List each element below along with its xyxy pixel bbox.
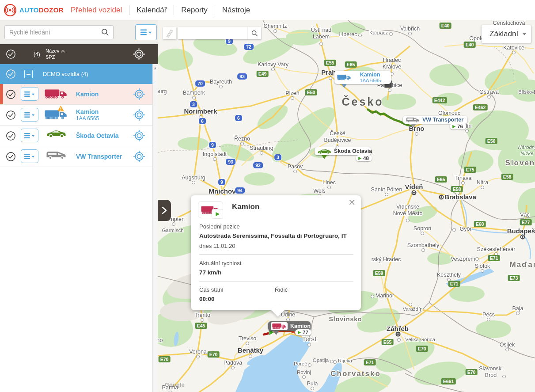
- map-marker--koda-octavia-2[interactable]: Škoda Octavia48: [315, 147, 371, 155]
- vehicle-row-1[interactable]: Kamion1AA 6565: [0, 105, 153, 126]
- hamburger-caret-icon: [140, 28, 152, 36]
- map-label: Národný parkNízke Tatry: [518, 145, 535, 157]
- city-dot: [385, 193, 388, 196]
- vehicle-menu-button[interactable]: [21, 87, 38, 101]
- map-search-button[interactable]: [247, 27, 261, 39]
- map-label: Bergamo: [158, 337, 163, 344]
- nav-item-reporty[interactable]: Reporty: [180, 5, 209, 15]
- vehicle-check-icon[interactable]: [6, 131, 16, 141]
- map-label: Slovinsko: [329, 316, 362, 323]
- marker-tail: [341, 84, 347, 88]
- hamburger-caret-icon: [24, 132, 35, 139]
- map-label: Bratislava: [444, 193, 476, 201]
- map-label: Bamberk: [183, 90, 205, 96]
- scroll-up-icon[interactable]: ▲: [153, 66, 157, 70]
- vehicle-sidebar: (4) Název SPZ DEMO vozidla (4) KamionKam…: [0, 20, 158, 392]
- road-badge: E40: [440, 23, 452, 29]
- brand-text-dozor: DOZOR: [39, 6, 64, 14]
- map-label: Székesfehérvár: [477, 246, 516, 253]
- vehicle-menu-button[interactable]: [21, 129, 38, 142]
- city-dot: [465, 129, 469, 133]
- locate-vehicle-icon[interactable]: [133, 129, 146, 142]
- map-label: Ústí nadLabem: [311, 27, 332, 40]
- marker-bubble[interactable]: Kamion1AA 6565: [334, 71, 391, 84]
- city-dot: [452, 228, 456, 232]
- vehicle-text: Kamion: [76, 91, 99, 98]
- nav-item-n-stroje[interactable]: Nástroje: [221, 5, 251, 15]
- marker-name: Škoda Octavia: [334, 148, 372, 154]
- driver-label: Řidič: [275, 286, 288, 293]
- city-dot: [240, 142, 244, 145]
- close-icon[interactable]: ✕: [348, 198, 356, 207]
- sort-selector[interactable]: Název SPZ: [46, 48, 65, 61]
- nav-separator: [174, 5, 174, 15]
- select-all-check-icon[interactable]: [6, 49, 16, 59]
- locate-vehicle-icon[interactable]: [133, 88, 146, 101]
- city-dot: [409, 303, 412, 306]
- map-marker-vw-transporter-1[interactable]: VW Transporter76: [403, 116, 467, 124]
- quick-search-input[interactable]: [4, 25, 114, 39]
- marker-speed-value: 48: [363, 156, 369, 161]
- group-check-icon[interactable]: [6, 69, 16, 79]
- vehicle-row-0[interactable]: Kamion: [0, 84, 153, 105]
- city-dot: [408, 32, 412, 35]
- vehicle-name: Škoda Octavia: [76, 132, 119, 139]
- vehicle-group-row[interactable]: DEMO vozidla (4): [0, 64, 153, 84]
- nav-item-kalend-[interactable]: Kalendář: [136, 5, 167, 15]
- road-badge: E65: [435, 176, 447, 183]
- chevron-down-icon: [522, 33, 527, 35]
- locate-vehicle-icon[interactable]: [133, 150, 146, 163]
- road-badge: E70: [416, 346, 428, 352]
- marker-text: Kamion1AA 6565: [360, 72, 381, 83]
- map-label: Velika Gorica: [405, 337, 435, 343]
- nav-item-p-ehled-vozidel[interactable]: Přehled vozidel: [70, 5, 123, 15]
- list-options-button[interactable]: [135, 24, 157, 40]
- sort-primary-label: Název: [46, 48, 59, 54]
- road-badge: E70: [208, 351, 220, 358]
- road-badge: 3: [190, 101, 197, 107]
- measure-tool-button[interactable]: [163, 27, 176, 39]
- sidebar-expand-button[interactable]: [158, 200, 171, 221]
- marker-bubble[interactable]: VW Transporter: [403, 116, 467, 124]
- map-canvas[interactable]: ChemnitzÚstí nadLabemLiberecKarpaczValbř…: [158, 20, 535, 392]
- road-badge: 9: [218, 179, 225, 185]
- capital-city-dot: [412, 190, 417, 195]
- vehicle-check-icon[interactable]: [6, 152, 16, 162]
- city-dot: [219, 85, 223, 88]
- vehicle-menu-button[interactable]: [21, 149, 38, 163]
- vehicle-menu-button[interactable]: [21, 108, 38, 122]
- map-label: Keszthely: [437, 272, 461, 278]
- road-badge: E661: [441, 378, 456, 384]
- autodozor-logo-icon: [4, 4, 17, 17]
- map-label: Rovinj: [297, 369, 311, 376]
- road-badge: 6: [235, 115, 242, 121]
- locate-all-icon[interactable]: [132, 47, 146, 61]
- map-marker-kamion-3[interactable]: Kamion77: [268, 321, 311, 331]
- group-collapse-checkbox[interactable]: [24, 70, 33, 78]
- road-badge: 9: [209, 142, 216, 148]
- vehicle-check-icon[interactable]: [6, 110, 16, 120]
- map-label: Sopron: [414, 225, 431, 232]
- vehicle-check-icon[interactable]: [6, 89, 16, 99]
- map-label: Norimberk: [184, 107, 217, 115]
- marker-bubble[interactable]: Škoda Octavia: [315, 147, 371, 155]
- measure-icon: [165, 28, 175, 38]
- vehicle-row-3[interactable]: VW Transporter: [0, 146, 153, 167]
- road-badge: E40: [464, 42, 476, 48]
- city-dot: [260, 151, 263, 155]
- map-label: Rijeka: [338, 358, 352, 364]
- map-marker-kamion-0[interactable]: Kamion1AA 6565: [334, 71, 391, 84]
- map-search-input[interactable]: [178, 27, 247, 39]
- hamburger-caret-icon: [24, 153, 35, 160]
- marker-speed-chip: 48: [356, 155, 372, 161]
- sidebar-scrollbar[interactable]: ▲: [152, 64, 158, 392]
- road-badge: E58: [451, 186, 463, 192]
- map-type-selector[interactable]: Základní: [482, 25, 531, 43]
- speed-value: 77 km/h: [199, 269, 221, 276]
- city-dot: [213, 157, 216, 161]
- marker-tail: [411, 124, 416, 128]
- app-logo[interactable]: AUTODOZOR: [0, 4, 70, 17]
- vehicle-text: Kamion1AA 6565: [76, 108, 99, 122]
- vehicle-row-2[interactable]: Škoda Octavia: [0, 126, 153, 146]
- locate-vehicle-icon[interactable]: [133, 108, 146, 122]
